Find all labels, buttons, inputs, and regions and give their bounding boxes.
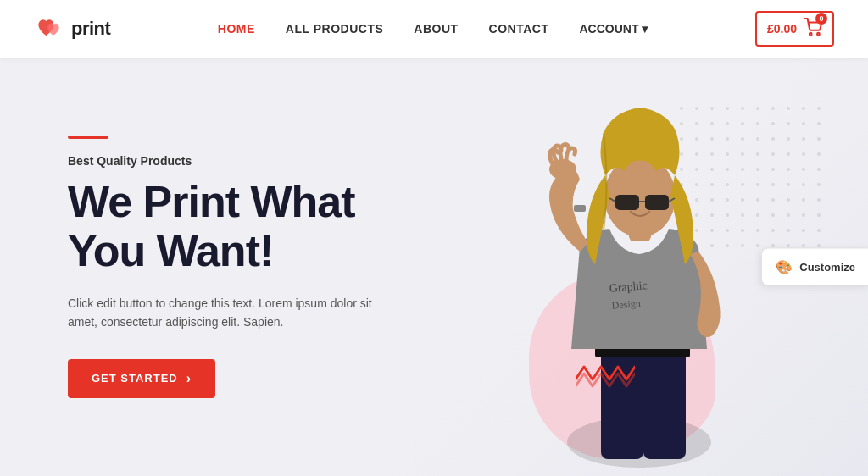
- svg-point-96: [817, 213, 821, 217]
- red-line-decoration: [68, 136, 108, 139]
- customize-label: Customize: [799, 261, 855, 274]
- main-nav: HOME ALL PRODUCTS ABOUT CONTACT ACCOUNT …: [218, 22, 648, 36]
- cart-button[interactable]: £0.00 0: [755, 11, 834, 47]
- svg-point-95: [802, 213, 805, 217]
- svg-point-85: [802, 198, 805, 202]
- customize-button[interactable]: 🎨 Customize: [761, 248, 868, 286]
- svg-point-55: [802, 152, 805, 156]
- svg-point-35: [802, 122, 805, 125]
- svg-point-0: [810, 33, 812, 36]
- svg-point-56: [817, 152, 821, 156]
- arrow-right-icon: ›: [186, 371, 192, 386]
- svg-point-45: [802, 137, 805, 141]
- cart-price: £0.00: [767, 22, 797, 36]
- hero-title: We Print What You Want!: [68, 178, 373, 274]
- customize-icon: 🎨: [776, 259, 793, 275]
- svg-point-66: [817, 168, 821, 171]
- svg-point-75: [802, 183, 805, 186]
- cart-icon-wrap: 0: [804, 18, 822, 40]
- nav-account[interactable]: ACCOUNT ▾: [579, 22, 648, 36]
- svg-point-116: [817, 244, 821, 247]
- get-started-button[interactable]: GET STARTED ›: [68, 359, 215, 398]
- svg-point-1: [817, 33, 820, 36]
- nav-all-products[interactable]: ALL PRODUCTS: [286, 22, 383, 36]
- svg-point-86: [817, 198, 821, 202]
- logo-icon: [34, 14, 64, 44]
- zigzag-decoration: [576, 363, 635, 391]
- svg-point-46: [817, 137, 821, 141]
- logo-text: print: [71, 18, 110, 40]
- hero-section: // We'll do this with CSS-generated appr…: [0, 58, 868, 476]
- hero-description: Click edit button to change this text. L…: [68, 294, 373, 332]
- hero-content: Best Quality Products We Print What You …: [0, 136, 373, 397]
- site-header: print HOME ALL PRODUCTS ABOUT CONTACT AC…: [0, 0, 868, 58]
- logo[interactable]: print: [34, 14, 110, 44]
- svg-point-26: [817, 107, 821, 110]
- svg-text:Design: Design: [611, 297, 641, 312]
- svg-rect-9: [615, 195, 639, 210]
- svg-point-76: [817, 183, 821, 186]
- nav-contact[interactable]: CONTACT: [489, 22, 549, 36]
- hero-subtitle: Best Quality Products: [68, 154, 373, 168]
- svg-point-115: [802, 244, 805, 247]
- hero-person-image: Graphic Design: [478, 86, 800, 476]
- chevron-down-icon: ▾: [642, 22, 648, 36]
- svg-rect-16: [574, 205, 586, 212]
- svg-point-36: [817, 122, 821, 125]
- svg-point-65: [802, 168, 805, 171]
- svg-point-106: [817, 229, 821, 232]
- nav-about[interactable]: ABOUT: [414, 22, 458, 36]
- nav-home[interactable]: HOME: [218, 22, 255, 36]
- cart-badge: 0: [815, 13, 827, 25]
- svg-point-105: [802, 229, 805, 232]
- svg-point-25: [802, 107, 805, 110]
- svg-rect-4: [643, 349, 686, 459]
- svg-rect-10: [645, 195, 669, 210]
